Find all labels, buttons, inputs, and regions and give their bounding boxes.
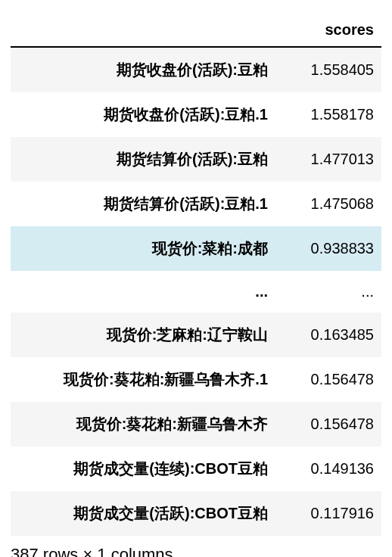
table-row: 现货价:葵花粕:新疆乌鲁木齐.1 0.156478 <box>11 357 381 402</box>
row-value: 0.156478 <box>275 402 381 447</box>
row-value: 0.156478 <box>275 357 381 402</box>
row-label: 现货价:葵花粕:新疆乌鲁木齐 <box>11 402 275 447</box>
row-label: 现货价:芝麻粕:辽宁鞍山 <box>11 313 275 357</box>
table-row: 期货结算价(活跃):豆粕.1 1.475068 <box>11 182 381 226</box>
row-value: 1.477013 <box>275 137 381 182</box>
row-label: 期货收盘价(活跃):豆粕 <box>11 47 275 92</box>
row-value: 1.558405 <box>275 47 381 92</box>
row-value: 0.163485 <box>275 313 381 357</box>
row-label: 期货成交量(活跃):CBOT豆粕 <box>11 491 275 536</box>
table-row: 期货结算价(活跃):豆粕 1.477013 <box>11 137 381 182</box>
row-label: 期货成交量(连续):CBOT豆粕 <box>11 447 275 491</box>
row-label: ... <box>11 271 275 313</box>
row-label: 现货价:葵花粕:新疆乌鲁木齐.1 <box>11 357 275 402</box>
column-header-scores: scores <box>275 15 381 47</box>
row-label: 期货结算价(活跃):豆粕.1 <box>11 182 275 226</box>
row-label: 现货价:菜粕:成都 <box>11 226 275 271</box>
row-label: 期货收盘价(活跃):豆粕.1 <box>11 92 275 137</box>
table-row: 期货收盘价(活跃):豆粕.1 1.558178 <box>11 92 381 137</box>
row-value: 0.938833 <box>275 226 381 271</box>
index-header <box>11 15 275 47</box>
row-value: 1.475068 <box>275 182 381 226</box>
table-row: 期货成交量(活跃):CBOT豆粕 0.117916 <box>11 491 381 536</box>
table-row: 现货价:芝麻粕:辽宁鞍山 0.163485 <box>11 313 381 357</box>
dataframe-summary: 387 rows × 1 columns <box>11 536 381 557</box>
table-row: 现货价:菜粕:成都 0.938833 <box>11 226 381 271</box>
row-value: 0.117916 <box>275 491 381 536</box>
row-value: ... <box>275 271 381 313</box>
row-value: 0.149136 <box>275 447 381 491</box>
row-value: 1.558178 <box>275 92 381 137</box>
row-label: 期货结算价(活跃):豆粕 <box>11 137 275 182</box>
table-row: 现货价:葵花粕:新疆乌鲁木齐 0.156478 <box>11 402 381 447</box>
table-body: 期货收盘价(活跃):豆粕 1.558405 期货收盘价(活跃):豆粕.1 1.5… <box>11 47 381 536</box>
table-row: 期货收盘价(活跃):豆粕 1.558405 <box>11 47 381 92</box>
dataframe-table: scores 期货收盘价(活跃):豆粕 1.558405 期货收盘价(活跃):豆… <box>11 15 381 536</box>
table-row: 期货成交量(连续):CBOT豆粕 0.149136 <box>11 447 381 491</box>
ellipsis-row: ... ... <box>11 271 381 313</box>
